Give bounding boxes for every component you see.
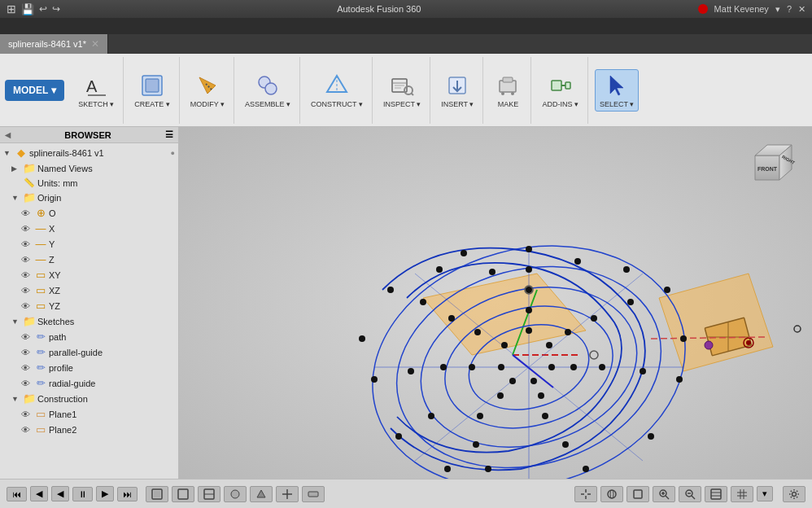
- tab-close-button[interactable]: ✕: [91, 38, 99, 50]
- units-item[interactable]: 📏 Units: mm: [0, 176, 178, 190]
- main-area: ◀ BROWSER ☰ ▼ ◆ splinerails-8461 v1 ● ▶ …: [0, 127, 812, 479]
- timeline-play[interactable]: ▶: [96, 486, 114, 501]
- named-views-item[interactable]: ▶ 📁 Named Views: [0, 160, 178, 176]
- eye-profile-icon[interactable]: 👁: [21, 363, 33, 373]
- grid-options-button[interactable]: [731, 486, 753, 502]
- svg-point-87: [680, 335, 687, 342]
- eye-plane1-icon[interactable]: 👁: [21, 409, 33, 419]
- plane1-item[interactable]: 👁 ▭ Plane1: [0, 406, 178, 422]
- display-mode-4[interactable]: [224, 486, 247, 502]
- origin-item[interactable]: ▼ 📁 Origin: [0, 190, 178, 205]
- viewport[interactable]: FRONT RIGHT: [179, 127, 812, 479]
- origin-xy-item[interactable]: 👁 ▭ XY: [0, 267, 178, 282]
- origin-yz-item[interactable]: 👁 ▭ YZ: [0, 298, 178, 313]
- display-mode-2[interactable]: [172, 486, 194, 502]
- sketches-folder[interactable]: ▼ 📁 Sketches: [0, 313, 178, 329]
- sketch-button[interactable]: A SKETCH ▾: [74, 70, 118, 111]
- display-mode-3[interactable]: [198, 486, 220, 502]
- axis-z-icon: —: [34, 253, 47, 265]
- settings-button[interactable]: [783, 486, 805, 502]
- origin-x-item[interactable]: 👁 — X: [0, 221, 178, 236]
- orbit-button[interactable]: [600, 486, 623, 502]
- svg-text:FRONT: FRONT: [757, 166, 778, 172]
- svg-marker-24: [610, 76, 623, 95]
- viewport-svg: [179, 127, 812, 479]
- sketch-parallel-guide-item[interactable]: 👁 ✏ parallel-guide: [0, 344, 178, 360]
- select-group: SELECT ▾: [590, 57, 644, 124]
- origin-z-item[interactable]: 👁 — Z: [0, 252, 178, 267]
- origin-o-item[interactable]: 👁 ⊕ O: [0, 205, 178, 221]
- active-tab[interactable]: splinerails-8461 v1* ✕: [0, 34, 108, 54]
- browser-collapse-icon[interactable]: ◀: [5, 131, 11, 139]
- create-button[interactable]: CREATE ▾: [130, 70, 173, 111]
- redo-icon[interactable]: ↪: [52, 3, 60, 15]
- browser-menu-icon[interactable]: ☰: [165, 129, 173, 140]
- svg-point-81: [498, 364, 504, 370]
- origin-y-item[interactable]: 👁 — Y: [0, 236, 178, 252]
- sketch-path-item[interactable]: 👁 ✏ path: [0, 329, 178, 344]
- eye-z-icon[interactable]: 👁: [21, 255, 33, 265]
- svg-point-75: [474, 329, 481, 335]
- pan-button[interactable]: [574, 486, 597, 502]
- display-mode-1[interactable]: [146, 486, 168, 502]
- eye-y-icon[interactable]: 👁: [21, 239, 33, 249]
- construct-button[interactable]: CONSTRUCT ▾: [307, 70, 367, 111]
- tree-root[interactable]: ▼ ◆ splinerails-8461 v1 ●: [0, 145, 178, 160]
- zoom-fit-button[interactable]: [626, 486, 649, 502]
- timeline-skip-start[interactable]: ⏮: [7, 487, 27, 501]
- help-icon[interactable]: ?: [787, 4, 792, 14]
- modify-button[interactable]: MODIFY ▾: [186, 70, 229, 111]
- eye-parallel-icon[interactable]: 👁: [21, 348, 33, 357]
- user-name[interactable]: Matt Keveney: [714, 4, 769, 14]
- zoom-out-button[interactable]: [679, 486, 701, 502]
- timeline-skip-end[interactable]: ⏭: [117, 487, 138, 501]
- svg-line-119: [692, 496, 695, 499]
- display-mode-5[interactable]: [250, 486, 273, 502]
- floppy-icon[interactable]: 💾: [21, 3, 34, 15]
- window-close-icon[interactable]: ✕: [798, 4, 805, 15]
- select-button[interactable]: SELECT ▾: [595, 69, 639, 112]
- model-dropdown[interactable]: MODEL ▾: [5, 80, 64, 101]
- timeline-pause[interactable]: ⏸: [72, 487, 93, 501]
- eye-radial-icon[interactable]: 👁: [21, 379, 33, 388]
- addins-button[interactable]: ADD-INS ▾: [538, 70, 583, 111]
- display-mode-7[interactable]: [302, 486, 325, 502]
- construction-folder[interactable]: ▼ 📁 Construction: [0, 391, 178, 406]
- navigation-cube[interactable]: FRONT RIGHT: [747, 135, 804, 192]
- eye-xz-icon[interactable]: 👁: [21, 286, 33, 296]
- assemble-icon: [255, 72, 281, 99]
- timeline-prev[interactable]: ◀: [30, 486, 48, 501]
- insert-button[interactable]: INSERT ▾: [437, 70, 478, 111]
- bottom-bar: ⏮ ◀ ◀ ⏸ ▶ ⏭: [0, 479, 812, 508]
- display-mode-6[interactable]: [276, 486, 299, 502]
- sketch-profile-item[interactable]: 👁 ✏ profile: [0, 360, 178, 375]
- svg-rect-18: [503, 77, 513, 82]
- svg-point-54: [526, 266, 532, 273]
- eye-xy-icon[interactable]: 👁: [21, 270, 33, 280]
- svg-point-89: [395, 433, 402, 440]
- eye-yz-icon[interactable]: 👁: [21, 301, 33, 311]
- eye-plane2-icon[interactable]: 👁: [21, 425, 33, 435]
- plane1-icon: ▭: [34, 408, 47, 420]
- browser-header: ◀ BROWSER ☰: [0, 127, 178, 143]
- timeline-play-back[interactable]: ◀: [51, 486, 69, 501]
- construction-folder-icon: 📁: [23, 392, 36, 405]
- make-button[interactable]: MAKE: [490, 70, 526, 111]
- undo-icon[interactable]: ↩: [39, 3, 47, 15]
- svg-point-48: [676, 376, 683, 383]
- dropdown-view-button[interactable]: ▾: [757, 486, 773, 501]
- display-options-button[interactable]: [705, 486, 727, 502]
- eye-x-icon[interactable]: 👁: [21, 224, 33, 234]
- plane2-item[interactable]: 👁 ▭ Plane2: [0, 422, 178, 437]
- eye-o-icon[interactable]: 👁: [21, 208, 33, 218]
- assemble-button[interactable]: ASSEMBLE ▾: [241, 70, 295, 111]
- app-grid-icon[interactable]: ⊞: [7, 2, 16, 15]
- zoom-in-button[interactable]: [653, 486, 675, 502]
- svg-point-68: [448, 315, 455, 322]
- sketch-radial-guide-item[interactable]: 👁 ✏ radial-guide: [0, 375, 178, 391]
- origin-xz-item[interactable]: 👁 ▭ XZ: [0, 282, 178, 298]
- inspect-button[interactable]: INSPECT ▾: [379, 70, 425, 111]
- svg-rect-21: [552, 81, 561, 90]
- svg-point-82: [501, 342, 508, 348]
- eye-path-icon[interactable]: 👁: [21, 332, 33, 342]
